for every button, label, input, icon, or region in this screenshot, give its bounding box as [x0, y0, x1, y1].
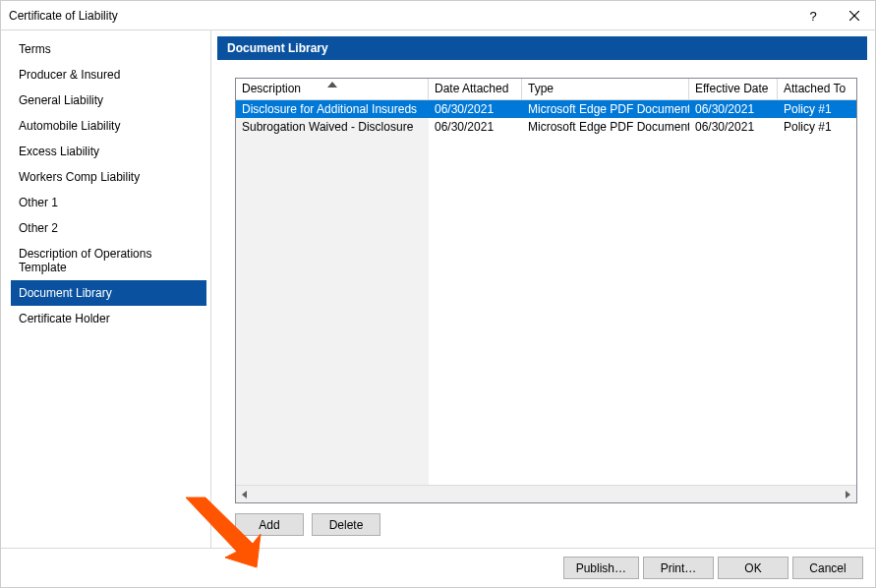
window-title: Certificate of Liability	[9, 9, 118, 23]
scroll-track[interactable]	[254, 486, 839, 503]
sidebar-item-other-1[interactable]: Other 1	[11, 190, 206, 215]
sidebar-nav: TermsProducer & InsuredGeneral Liability…	[1, 30, 211, 548]
table-body: Disclosure for Additional Insureds06/30/…	[236, 100, 856, 485]
sidebar-item-producer-insured[interactable]: Producer & Insured	[11, 62, 206, 88]
cancel-button[interactable]: Cancel	[792, 557, 863, 579]
cell-effective-date: 06/30/2021	[689, 101, 778, 117]
dialog-body: TermsProducer & InsuredGeneral Liability…	[1, 30, 875, 548]
sidebar-item-terms[interactable]: Terms	[11, 36, 206, 62]
sidebar-item-description-of-operations-template[interactable]: Description of Operations Template	[11, 241, 206, 280]
dialog-footer: Publish… Print… OK Cancel	[1, 548, 875, 587]
table-header-row: Description Date Attached Type Effective…	[236, 79, 856, 100]
column-header-effective-date[interactable]: Effective Date	[689, 79, 778, 99]
section-header: Document Library	[217, 36, 867, 60]
row-stripe-bg	[236, 100, 429, 485]
dialog-window: Certificate of Liability ? TermsProducer…	[0, 0, 876, 588]
ok-button[interactable]: OK	[718, 557, 788, 579]
sort-asc-icon	[327, 79, 337, 90]
cell-attached-to: Policy #1	[778, 119, 856, 135]
add-button[interactable]: Add	[235, 513, 304, 536]
content-area: Description Date Attached Type Effective…	[217, 60, 867, 540]
window-controls: ?	[792, 1, 875, 30]
column-header-type[interactable]: Type	[522, 79, 689, 99]
cell-description: Subrogation Waived - Disclosure	[236, 119, 429, 135]
svg-marker-4	[846, 491, 850, 499]
cell-type: Microsoft Edge PDF Document	[522, 101, 689, 117]
sidebar-item-document-library[interactable]: Document Library	[11, 280, 206, 306]
cell-attached-to: Policy #1	[778, 101, 856, 117]
cell-description: Disclosure for Additional Insureds	[236, 101, 429, 117]
scroll-right-button[interactable]	[839, 486, 856, 503]
column-header-date-attached[interactable]: Date Attached	[429, 79, 522, 99]
close-icon	[849, 11, 859, 21]
column-header-description[interactable]: Description	[236, 79, 429, 99]
horizontal-scrollbar[interactable]	[236, 485, 856, 502]
table-buttons: Add Delete	[235, 503, 857, 536]
sidebar-item-workers-comp-liability[interactable]: Workers Comp Liability	[11, 164, 206, 190]
main-panel: Document Library Description Date Attach…	[211, 30, 875, 548]
publish-button[interactable]: Publish…	[563, 557, 639, 579]
column-header-attached-to[interactable]: Attached To	[778, 79, 856, 99]
delete-button[interactable]: Delete	[312, 513, 380, 536]
titlebar: Certificate of Liability ?	[1, 1, 875, 30]
sidebar-item-automobile-liability[interactable]: Automobile Liability	[11, 113, 206, 139]
cell-date-attached: 06/30/2021	[429, 119, 522, 135]
table-row[interactable]: Disclosure for Additional Insureds06/30/…	[236, 100, 856, 118]
svg-marker-3	[242, 491, 247, 499]
help-button[interactable]: ?	[792, 1, 834, 30]
sidebar-item-general-liability[interactable]: General Liability	[11, 88, 206, 113]
document-table: Description Date Attached Type Effective…	[235, 78, 857, 503]
print-button[interactable]: Print…	[643, 557, 714, 579]
cell-effective-date: 06/30/2021	[689, 119, 778, 135]
svg-marker-2	[327, 82, 337, 88]
cell-type: Microsoft Edge PDF Document	[522, 119, 689, 135]
cell-date-attached: 06/30/2021	[429, 101, 522, 117]
scroll-left-button[interactable]	[236, 486, 254, 503]
table-row[interactable]: Subrogation Waived - Disclosure06/30/202…	[236, 118, 856, 136]
sidebar-item-certificate-holder[interactable]: Certificate Holder	[11, 306, 206, 331]
sidebar-item-other-2[interactable]: Other 2	[11, 215, 206, 241]
close-button[interactable]	[834, 1, 875, 30]
sidebar-item-excess-liability[interactable]: Excess Liability	[11, 139, 206, 164]
